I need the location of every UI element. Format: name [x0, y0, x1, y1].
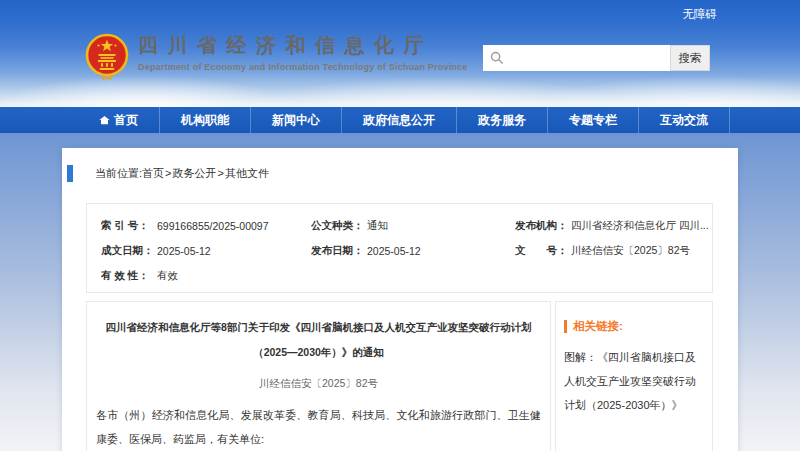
breadcrumb-separator: >	[218, 167, 224, 179]
meta-issuing-agency: 发布机构： 四川省经济和信息化厅 四川...	[515, 219, 712, 233]
breadcrumb: 当前位置: 首页 > 政务公开 > 其他文件	[67, 164, 738, 182]
meta-index-number: 索 引 号： 699166855/2025-00097	[101, 219, 311, 233]
article-title: 四川省经济和信息化厅等8部门关于印发《四川省脑机接口及人机交互产业攻坚突破行动计…	[96, 315, 541, 365]
brand-text: 四川省经济和信息化厅 Department of Economy and Inf…	[138, 32, 467, 72]
document-columns: 四川省经济和信息化厅等8部门关于印发《四川省脑机接口及人机交互产业攻坚突破行动计…	[86, 301, 713, 451]
page: 无障碍 四川省经济和信息化厅 Department of Economy and…	[0, 0, 800, 451]
site-search: 搜索	[483, 45, 710, 71]
nav-item-interaction[interactable]: 互动交流	[639, 107, 730, 133]
nav-item-label: 首页	[114, 112, 138, 129]
meta-validity: 有 效 性： 有效	[101, 269, 311, 283]
breadcrumb-link-home[interactable]: 首页	[142, 166, 164, 181]
meta-written-date: 成文日期： 2025-05-12	[101, 244, 311, 258]
article-doc-number: 川经信信安〔2025〕82号	[96, 377, 541, 391]
breadcrumb-link-disclosure[interactable]: 政务公开	[173, 166, 217, 181]
document-metadata-table: 索 引 号： 699166855/2025-00097 公文种类： 通知 发布机…	[86, 203, 713, 293]
site-header: 无障碍 四川省经济和信息化厅 Department of Economy and…	[0, 0, 800, 107]
meta-publish-date: 发布日期： 2025-05-12	[311, 244, 515, 258]
breadcrumb-accent-bar	[67, 165, 73, 182]
national-emblem-logo	[85, 32, 129, 82]
site-brand: 四川省经济和信息化厅 Department of Economy and Inf…	[85, 32, 467, 82]
nav-item-gov-services[interactable]: 政务服务	[457, 107, 548, 133]
nav-item-info-disclosure[interactable]: 政府信息公开	[342, 107, 457, 133]
article-body-text: 各市（州）经济和信息化局、发展改革委、教育局、科技局、文化和旅游行政部门、卫生健…	[96, 403, 541, 451]
breadcrumb-prefix: 当前位置:	[95, 166, 142, 181]
related-links-title: 相关链接:	[564, 320, 623, 333]
meta-doc-number: 文 号： 川经信信安〔2025〕82号	[515, 244, 712, 258]
nav-item-home[interactable]: 首页	[78, 107, 160, 133]
site-title: 四川省经济和信息化厅	[138, 32, 467, 59]
site-title-english: Department of Economy and Information Te…	[138, 62, 467, 72]
related-links-panel: 相关链接: 图解：《四川省脑机接口及人机交互产业攻坚突破行动计划（2025-20…	[555, 301, 713, 451]
document-card: 当前位置: 首页 > 政务公开 > 其他文件 索 引 号： 699166855/…	[62, 148, 738, 451]
breadcrumb-link-other-docs[interactable]: 其他文件	[225, 166, 269, 181]
main-navigation: 首页 机构职能 新闻中心 政府信息公开 政务服务 专题专栏 互动交流	[0, 107, 800, 133]
nav-item-special-topics[interactable]: 专题专栏	[548, 107, 639, 133]
search-input[interactable]	[483, 45, 670, 71]
accessibility-link[interactable]: 无障碍	[683, 7, 718, 22]
search-box	[483, 45, 670, 71]
related-link-item[interactable]: 图解：《四川省脑机接口及人机交互产业攻坚突破行动计划（2025-2030年）》	[564, 345, 704, 417]
search-button[interactable]: 搜索	[670, 45, 710, 71]
home-icon	[99, 115, 110, 125]
nav-item-org-functions[interactable]: 机构职能	[160, 107, 251, 133]
nav-item-news-center[interactable]: 新闻中心	[251, 107, 342, 133]
meta-doc-type: 公文种类： 通知	[311, 219, 515, 233]
article-panel: 四川省经济和信息化厅等8部门关于印发《四川省脑机接口及人机交互产业攻坚突破行动计…	[86, 301, 551, 451]
content-area: 当前位置: 首页 > 政务公开 > 其他文件 索 引 号： 699166855/…	[0, 133, 800, 451]
breadcrumb-separator: >	[165, 167, 171, 179]
